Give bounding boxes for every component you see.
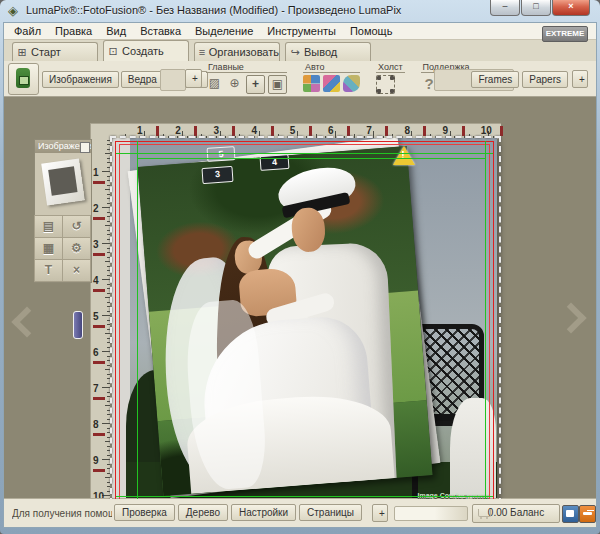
status-add-button[interactable]: + [372, 504, 388, 522]
warning-triangle-icon[interactable] [393, 146, 415, 165]
ruler-tick [107, 432, 110, 433]
next-page-arrow-icon[interactable] [555, 302, 586, 333]
canvas-page[interactable]: Image Courtesy www. 543 [112, 138, 497, 499]
wrench-tool[interactable] [62, 237, 91, 260]
status-button-0[interactable]: Проверка [114, 504, 175, 521]
ruler-tick [107, 302, 110, 303]
slide-preview[interactable] [35, 153, 91, 216]
ruler-tick [102, 171, 110, 172]
ruler-tick [107, 293, 110, 294]
ruler-tick [107, 176, 110, 177]
ruler-tick [107, 468, 110, 469]
menu-item-1[interactable]: Правка [55, 25, 92, 37]
toolbar-button-0[interactable]: Изображения [42, 71, 119, 88]
text-tool[interactable] [34, 259, 63, 282]
app-icon: ◈ [8, 3, 18, 18]
ruler-number-v-8: 8 [93, 419, 99, 430]
publish-button[interactable] [579, 505, 596, 523]
prev-page-arrow-icon[interactable] [11, 306, 42, 337]
ruler-vertical[interactable]: 12345678910 [90, 138, 110, 499]
panel-tools [35, 216, 91, 282]
dpi-tag-button[interactable] [8, 63, 39, 95]
ruler-tick [107, 311, 110, 312]
tab-1[interactable]: ⊡Создать [103, 40, 189, 61]
undo-tool[interactable] [62, 215, 91, 238]
tab-2[interactable]: ≡Организовать [194, 42, 280, 61]
toolbar-group-icons-1 [303, 73, 360, 92]
tab-3[interactable]: ↪Вывод [285, 42, 371, 61]
auto-collage-icon[interactable] [303, 75, 320, 92]
print-tool[interactable] [34, 215, 63, 238]
ruler-tick [102, 459, 110, 460]
collage-icon[interactable] [206, 75, 223, 92]
ruler-tick [107, 428, 110, 429]
images-panel-title[interactable]: Изображения [35, 140, 91, 153]
ruler-guide-mark [194, 126, 197, 136]
status-button-3[interactable]: Страницы [299, 504, 362, 521]
close-button[interactable]: × [552, 0, 590, 16]
ruler-tick [107, 234, 110, 235]
ruler-number-h-4: 4 [252, 125, 258, 136]
toolbar-button-1[interactable]: Ведра [121, 71, 164, 88]
ruler-tick [107, 320, 110, 321]
image-frame-icon[interactable] [268, 75, 287, 94]
menu-item-6[interactable]: Помощь [350, 25, 393, 37]
layout-tool[interactable] [34, 237, 63, 260]
wedding-photo-layer[interactable] [137, 146, 432, 496]
ruler-tick [107, 216, 110, 217]
title-bar[interactable]: ◈ LumaPix®::FotoFusion® - Без Названия (… [0, 0, 600, 22]
canvas-select-icon[interactable] [376, 75, 395, 94]
ruler-tick [107, 329, 110, 330]
ruler-guide-mark [347, 126, 350, 136]
menu-item-4[interactable]: Выделение [195, 25, 253, 37]
status-help-text: Для получения помощи вы [12, 508, 112, 519]
ruler-tick [107, 450, 110, 451]
add-page-icon[interactable] [226, 75, 243, 92]
menu-item-0[interactable]: Файл [14, 25, 41, 37]
minimize-button[interactable]: – [490, 0, 520, 16]
workspace: 12345678910 12345678910 [4, 97, 596, 499]
ruler-tick [107, 342, 110, 343]
toolbar-add-button[interactable]: + [185, 69, 202, 88]
ruler-guide-mark [93, 325, 105, 328]
ruler-horizontal[interactable]: 12345678910 [109, 123, 501, 139]
ruler-tick [102, 243, 110, 244]
ruler-tick [107, 167, 110, 168]
menu-item-3[interactable]: Вставка [140, 25, 181, 37]
ruler-tick [107, 437, 110, 438]
ruler-number-h-5: 5 [290, 125, 296, 136]
zoom-slider[interactable] [394, 506, 468, 521]
balance-button[interactable]: 0.00 Баланс [472, 504, 560, 523]
maximize-button[interactable]: □ [521, 0, 551, 16]
ruler-tick [107, 266, 110, 267]
photo-badge-5[interactable]: 5 [207, 146, 236, 162]
ruler-tick [107, 230, 110, 231]
add-button-icon[interactable] [246, 75, 265, 94]
toolbar-recess-left [160, 69, 186, 91]
feedback-button[interactable] [562, 505, 579, 523]
status-button-2[interactable]: Настройки [231, 504, 296, 521]
extreme-button[interactable]: EXTREME [542, 26, 588, 42]
ruler-tick [107, 149, 110, 150]
ruler-tick [105, 405, 110, 406]
cut-tool[interactable] [62, 259, 91, 282]
ruler-number-h-2: 2 [175, 125, 181, 136]
toolbar-right-button-0[interactable]: Frames [471, 71, 519, 88]
tab-0[interactable]: ⊞Старт [12, 42, 98, 61]
ruler-tick [105, 225, 110, 226]
ruler-number-h-9: 9 [443, 125, 449, 136]
menu-item-2[interactable]: Вид [106, 25, 126, 37]
menu-item-5[interactable]: Инструменты [267, 25, 336, 37]
photo-badge-3[interactable]: 3 [201, 166, 233, 184]
toolbar-right-button-1[interactable]: Papers [522, 71, 568, 88]
photo-badge-4[interactable]: 4 [260, 154, 290, 171]
ruler-tick [102, 315, 110, 316]
app-window: ◈ LumaPix®::FotoFusion® - Без Названия (… [0, 0, 600, 534]
auto-shuffle-icon[interactable] [323, 75, 340, 92]
auto-spread-icon[interactable] [343, 75, 360, 92]
status-button-1[interactable]: Дерево [178, 504, 228, 521]
ruler-tick [107, 306, 110, 307]
ruler-tick [107, 347, 110, 348]
toolbar-right-add-button[interactable]: + [572, 70, 588, 88]
panel-slider-handle[interactable] [73, 311, 83, 339]
